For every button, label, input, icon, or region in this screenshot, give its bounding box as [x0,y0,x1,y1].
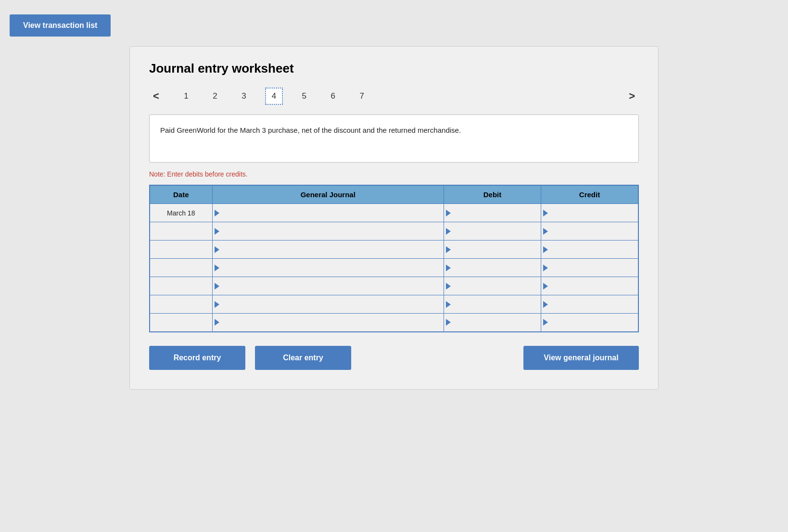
credit-input-0[interactable] [548,204,638,222]
debit-cell-5[interactable] [444,295,541,314]
journal-arrow-6 [215,319,219,326]
description-box: Paid GreenWorld for the March 3 purchase… [149,114,639,163]
page-3[interactable]: 3 [236,89,252,104]
table-row [150,277,638,295]
page-4[interactable]: 4 [265,88,283,105]
debit-cell-3[interactable] [444,259,541,277]
journal-cell-0[interactable] [212,204,444,222]
journal-cell-1[interactable] [212,222,444,241]
page-7[interactable]: 7 [354,89,369,104]
journal-table: Date General Journal Debit Credit March … [149,185,639,332]
debit-input-1[interactable] [451,222,541,240]
debit-cell-6[interactable] [444,314,541,332]
page-1[interactable]: 1 [178,89,194,104]
view-general-journal-button[interactable]: View general journal [523,346,639,370]
debit-cell-2[interactable] [444,241,541,259]
table-row [150,222,638,241]
debit-input-2[interactable] [451,241,541,258]
debit-arrow-6 [446,319,451,326]
description-text: Paid GreenWorld for the March 3 purchase… [160,126,461,134]
credit-input-2[interactable] [548,241,638,258]
credit-arrow-3 [543,265,548,271]
record-entry-button[interactable]: Record entry [149,346,245,370]
date-cell-3 [150,259,212,277]
col-header-credit: Credit [541,185,639,204]
buttons-row: Record entry Clear entry View general jo… [149,346,639,370]
table-row: March 18 [150,204,638,222]
debit-input-5[interactable] [451,295,541,313]
debit-arrow-0 [446,210,451,216]
clear-entry-button[interactable]: Clear entry [255,346,351,370]
credit-input-4[interactable] [548,277,638,295]
date-cell-6 [150,314,212,332]
journal-input-2[interactable] [219,241,444,258]
prev-page-button[interactable]: < [149,88,163,104]
journal-input-4[interactable] [219,277,444,295]
debit-cell-0[interactable] [444,204,541,222]
date-cell-1 [150,222,212,241]
pagination-row: < 1 2 3 4 5 6 7 > [149,88,639,105]
journal-arrow-2 [215,246,219,253]
date-cell-2 [150,241,212,259]
table-row [150,314,638,332]
journal-arrow-0 [215,210,219,216]
debit-input-4[interactable] [451,277,541,295]
debit-input-3[interactable] [451,259,541,277]
journal-arrow-3 [215,265,219,271]
credit-arrow-5 [543,301,548,308]
journal-input-1[interactable] [219,222,444,240]
journal-input-0[interactable] [219,204,444,222]
page-6[interactable]: 6 [325,89,341,104]
debit-arrow-4 [446,283,451,290]
table-row [150,241,638,259]
page-2[interactable]: 2 [207,89,223,104]
credit-input-6[interactable] [548,314,638,331]
date-cell-4 [150,277,212,295]
journal-cell-4[interactable] [212,277,444,295]
note-text: Note: Enter debits before credits. [149,170,639,178]
debit-cell-1[interactable] [444,222,541,241]
debit-input-6[interactable] [451,314,541,331]
debit-arrow-2 [446,246,451,253]
col-header-date: Date [150,185,212,204]
credit-input-5[interactable] [548,295,638,313]
journal-input-3[interactable] [219,259,444,277]
credit-cell-3[interactable] [541,259,639,277]
debit-arrow-1 [446,228,451,235]
debit-input-0[interactable] [451,204,541,222]
credit-cell-0[interactable] [541,204,639,222]
debit-cell-4[interactable] [444,277,541,295]
credit-cell-4[interactable] [541,277,639,295]
credit-input-3[interactable] [548,259,638,277]
credit-arrow-6 [543,319,548,326]
worksheet-title: Journal entry worksheet [149,61,639,76]
credit-cell-5[interactable] [541,295,639,314]
credit-arrow-2 [543,246,548,253]
col-header-journal: General Journal [212,185,444,204]
debit-arrow-3 [446,265,451,271]
journal-arrow-4 [215,283,219,290]
credit-input-1[interactable] [548,222,638,240]
table-row [150,259,638,277]
worksheet-container: Journal entry worksheet < 1 2 3 4 5 6 7 … [129,46,659,390]
view-transaction-list-button[interactable]: View transaction list [10,14,111,37]
journal-cell-6[interactable] [212,314,444,332]
debit-arrow-5 [446,301,451,308]
journal-arrow-5 [215,301,219,308]
credit-cell-1[interactable] [541,222,639,241]
next-page-button[interactable]: > [625,88,639,104]
journal-input-5[interactable] [219,295,444,313]
col-header-debit: Debit [444,185,541,204]
page-5[interactable]: 5 [296,89,312,104]
credit-cell-6[interactable] [541,314,639,332]
journal-cell-2[interactable] [212,241,444,259]
date-cell-5 [150,295,212,314]
date-cell-0: March 18 [150,204,212,222]
table-row [150,295,638,314]
journal-cell-5[interactable] [212,295,444,314]
credit-cell-2[interactable] [541,241,639,259]
journal-input-6[interactable] [219,314,444,331]
credit-arrow-1 [543,228,548,235]
journal-cell-3[interactable] [212,259,444,277]
journal-arrow-1 [215,228,219,235]
